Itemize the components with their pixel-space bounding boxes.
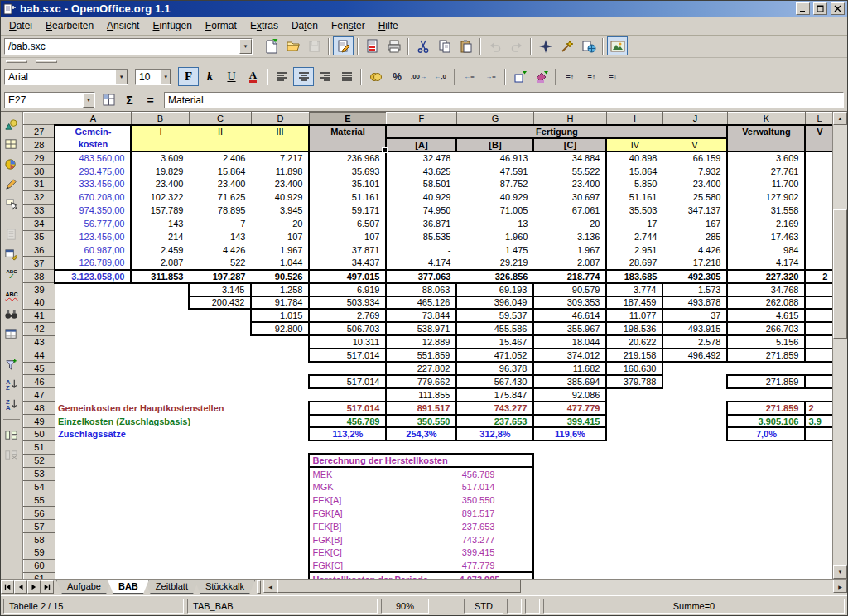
cell-F35[interactable]: 85.535: [386, 230, 456, 243]
cell-A41[interactable]: [55, 309, 131, 322]
bold-button[interactable]: F: [178, 67, 199, 86]
cell-B33[interactable]: 157.789: [131, 204, 189, 217]
cell-I38[interactable]: 183.685: [606, 270, 662, 283]
cell-K50[interactable]: 7,0%: [727, 427, 805, 440]
cell-H52[interactable]: [533, 454, 606, 467]
increase-indent-button[interactable]: →≡: [480, 67, 501, 86]
cell-H48[interactable]: 477.779: [533, 402, 606, 415]
valign-center-button[interactable]: =↕: [581, 67, 602, 86]
align-right-button[interactable]: [315, 67, 335, 86]
cell-J54[interactable]: [662, 480, 727, 493]
menu-format[interactable]: Format: [199, 17, 243, 34]
cell-H60[interactable]: [533, 559, 606, 572]
cell-L49[interactable]: 3.9: [805, 415, 832, 428]
cell-C41[interactable]: [189, 309, 251, 322]
cell-A60[interactable]: [55, 559, 131, 572]
cell-F49[interactable]: 350.550: [386, 415, 456, 428]
cell-L31[interactable]: [805, 178, 832, 191]
cell-K48[interactable]: 271.859: [727, 402, 805, 415]
cell-E40[interactable]: 503.934: [309, 296, 386, 310]
cell-J51[interactable]: [662, 440, 727, 454]
cell-D45[interactable]: [251, 362, 309, 375]
cell-G47[interactable]: 175.847: [456, 388, 533, 402]
cell-L38[interactable]: 2: [805, 270, 832, 283]
col-header-J[interactable]: J: [662, 113, 727, 125]
cell-C43[interactable]: [189, 335, 251, 349]
cell-G33[interactable]: 71.005: [456, 204, 533, 217]
cell-D57[interactable]: [251, 520, 309, 533]
cell-I52[interactable]: [606, 454, 662, 467]
cell-G37[interactable]: 29.219: [456, 257, 533, 270]
cell-E56[interactable]: FGK[A]: [309, 507, 456, 520]
cell-I49[interactable]: [606, 415, 662, 428]
cell-E33[interactable]: 59.171: [309, 204, 386, 217]
cell-H41[interactable]: 46.614: [533, 309, 606, 322]
cell-E53[interactable]: MEK: [309, 467, 456, 480]
row-header-59[interactable]: 59: [23, 546, 55, 559]
cell-H29[interactable]: 34.884: [533, 152, 606, 165]
cell-B29[interactable]: 3.609: [131, 152, 189, 165]
cell-G50[interactable]: 312,8%: [456, 427, 533, 440]
cell-A30[interactable]: 293.475,00: [55, 165, 131, 178]
row-header-57[interactable]: 57: [23, 520, 55, 533]
cell-L57[interactable]: [805, 520, 832, 533]
cell-C45[interactable]: [189, 362, 251, 375]
cell-G49[interactable]: 237.653: [456, 415, 533, 428]
cell-J40[interactable]: 493.878: [662, 296, 727, 310]
cell-J37[interactable]: 17.218: [662, 257, 727, 270]
cell-E55[interactable]: FEK[A]: [309, 493, 456, 507]
status-zoom[interactable]: 90%: [381, 599, 429, 614]
row-header-47[interactable]: 47: [23, 388, 55, 402]
cell-B39[interactable]: [131, 283, 189, 296]
cell-K54[interactable]: [727, 480, 805, 493]
cell-L52[interactable]: [805, 454, 832, 467]
cell-A51[interactable]: [55, 440, 131, 454]
cell-K58[interactable]: [727, 533, 805, 546]
cell-H56[interactable]: [533, 507, 606, 520]
row-header-35[interactable]: 35: [23, 230, 55, 243]
vertical-scrollbar[interactable]: ▲ ▼: [832, 112, 847, 579]
cell-K53[interactable]: [727, 467, 805, 480]
cell-B46[interactable]: [131, 375, 189, 388]
col-header-I[interactable]: I: [606, 113, 662, 125]
cell-C52[interactable]: [189, 454, 251, 467]
cell-G58[interactable]: 743.277: [456, 533, 533, 546]
cell-E45[interactable]: [309, 362, 386, 375]
cell-L46[interactable]: [805, 375, 832, 388]
scroll-up-icon[interactable]: ▲: [833, 112, 847, 125]
cell-B55[interactable]: [131, 493, 189, 507]
cell-C60[interactable]: [189, 559, 251, 572]
cell-H33[interactable]: 67.061: [533, 204, 606, 217]
col-header-K[interactable]: K: [727, 113, 805, 125]
cell-E60[interactable]: FGK[C]: [309, 559, 456, 572]
cell-J32[interactable]: 25.580: [662, 190, 727, 204]
cell-L61[interactable]: [805, 572, 832, 579]
cell-B41[interactable]: [131, 309, 189, 322]
cell-H50[interactable]: 119,6%: [533, 427, 606, 440]
cell-J60[interactable]: [662, 559, 727, 572]
cell-I42[interactable]: 198.536: [606, 322, 662, 335]
cell-G48[interactable]: 743.277: [456, 402, 533, 415]
cell-D40[interactable]: 91.784: [251, 296, 309, 310]
col-header-F[interactable]: F: [386, 113, 456, 125]
cell-H30[interactable]: 55.522: [533, 165, 606, 178]
cell-K47[interactable]: [727, 388, 805, 402]
row-header-30[interactable]: 30: [23, 165, 55, 178]
edit-file-button[interactable]: [333, 36, 354, 55]
cell-D33[interactable]: 3.945: [251, 204, 309, 217]
autofilter-button[interactable]: [2, 354, 22, 374]
cell-K33[interactable]: 31.558: [727, 204, 805, 217]
cell-C29[interactable]: 2.406: [189, 152, 251, 165]
cell-C42[interactable]: [189, 322, 251, 335]
cell-G54[interactable]: 517.014: [456, 480, 533, 493]
row-header-45[interactable]: 45: [23, 362, 55, 375]
col-header-D[interactable]: D: [251, 113, 309, 125]
align-center-button[interactable]: [293, 67, 314, 86]
cell-G60[interactable]: 477.779: [456, 559, 533, 572]
cell-G36[interactable]: 1.475: [456, 243, 533, 257]
cell-E35[interactable]: 107: [309, 230, 386, 243]
cell-L29[interactable]: [805, 152, 832, 165]
row-header-28[interactable]: 28: [23, 138, 55, 152]
equals-button[interactable]: =: [140, 91, 161, 110]
cell-F42[interactable]: 538.971: [386, 322, 456, 335]
